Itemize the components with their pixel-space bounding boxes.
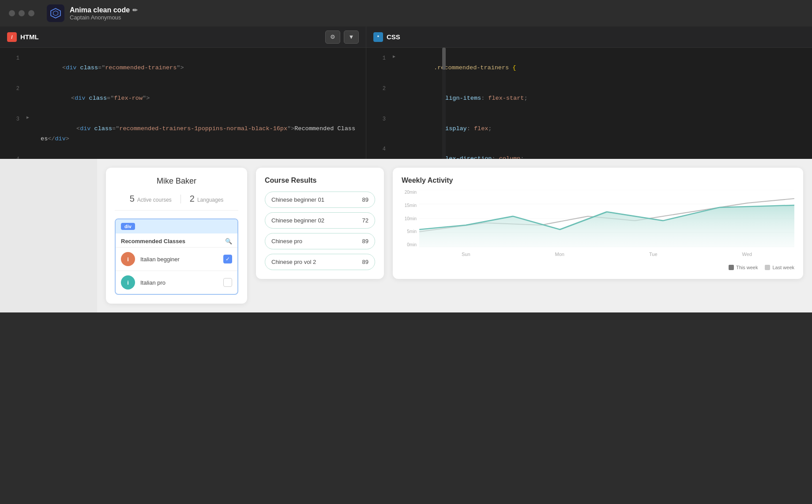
result-score-2: 89 [362,238,368,244]
active-courses-stat: 5 Active courses [121,194,180,204]
maximize-button[interactable] [28,10,34,16]
activity-title: Weekly Activity [402,177,794,184]
result-row-1: Chinese beginner 02 72 [265,212,375,229]
languages-count: 2 [190,194,195,204]
y-label-20min: 20min [402,190,419,195]
css-line-1: 1 ▶ .recommended-trainers { [366,53,812,83]
active-courses-count: 5 [130,194,135,204]
css-code-content: 1 ▶ .recommended-trainers { 2 align-item… [366,48,812,159]
result-name-3: Chinese pro vol 2 [271,259,316,265]
mike-baker-card: Mike Baker 5 Active courses 2 Languages … [106,168,247,304]
code-area: / HTML ⚙ ▼ 1 <div class="recommended-tra… [0,26,812,159]
results-title: Course Results [265,177,375,184]
stats-row: 5 Active courses 2 Languages [115,194,238,211]
code-line-4: 4 <div class="overlap-group3"> [0,154,366,159]
legend-last-week: Last week [765,265,794,270]
result-row-0: Chinese beginner 01 89 [265,192,375,208]
course-name-italian-beginner: Italian begginer [140,256,218,263]
edit-icon[interactable]: ✏ [132,7,138,14]
code-line-3: 3 ▶ <div class="recommended-trainers-1po… [0,114,366,154]
title-text: Anima clean code [70,6,130,14]
cards-area: Mike Baker 5 Active courses 2 Languages … [97,159,812,312]
course-avatar-italian-pro: i [121,275,135,290]
html-panel-header: / HTML ⚙ ▼ [0,26,366,48]
app-subtitle: Captain Anonymous [70,14,138,21]
chart-body [419,190,794,247]
svg-marker-1 [53,11,58,16]
chart-container: 0min 5min 10min 15min 20min [402,190,794,260]
course-item-italian-pro[interactable]: i Italian pro [116,271,237,294]
result-name-1: Chinese beginner 02 [271,217,324,224]
minimize-button[interactable] [19,10,25,16]
y-label-15min: 15min [402,203,419,208]
y-axis: 0min 5min 10min 15min 20min [402,190,419,247]
course-checkbox-italian-beginner[interactable]: ✓ [223,255,232,263]
html-label-text: HTML [20,33,39,41]
rec-title-row: Recommended Classes 🔍 [116,233,237,248]
result-name-2: Chinese pro [271,238,302,244]
css-panel-label: * CSS [373,32,400,42]
course-results-card: Course Results Chinese beginner 01 89 Ch… [256,168,384,279]
css-label-text: CSS [387,33,400,41]
traffic-lights [9,10,34,16]
html-panel-label: / HTML [7,32,39,42]
legend-dot-this-week [729,265,734,270]
weekly-activity-card: Weekly Activity 0min 5min 10min 15min 20… [393,168,803,279]
close-button[interactable] [9,10,15,16]
course-avatar-italian-beginner: i [121,252,135,266]
css-badge: * [373,32,383,42]
x-label-wed: Wed [742,252,752,257]
css-panel-header: * CSS [366,26,812,48]
settings-button[interactable]: ⚙ [325,30,340,44]
preview-area: Mike Baker 5 Active courses 2 Languages … [0,159,812,312]
course-checkbox-italian-pro[interactable] [223,278,232,287]
css-line-3: 3 display: flex; [366,114,812,144]
result-row-3: Chinese pro vol 2 89 [265,254,375,270]
result-score-1: 72 [362,217,368,224]
scrollbar-track[interactable] [442,48,446,159]
chevron-down-button[interactable]: ▼ [344,30,359,44]
app-icon [47,4,64,22]
app-info: Anima clean code ✏ Captain Anonymous [70,6,138,21]
y-label-10min: 10min [402,216,419,221]
scrollbar-thumb[interactable] [442,48,446,70]
y-label-0min: 0min [402,242,419,247]
html-badge: / [7,32,17,42]
languages-stat: 2 Languages [181,194,233,204]
rec-box-header: div [116,219,237,233]
result-score-0: 89 [362,196,368,203]
legend-this-week: This week [729,265,758,270]
active-courses-label: Active courses [137,197,172,203]
div-badge: div [121,223,135,230]
y-label-5min: 5min [402,229,419,234]
x-label-mon: Mon [555,252,564,257]
css-line-2: 2 align-items: flex-start; [366,83,812,114]
x-label-sun: Sun [462,252,470,257]
course-name-italian-pro: Italian pro [140,279,218,286]
chart-legend: This week Last week [402,265,794,270]
card-title: Mike Baker [115,177,238,186]
titlebar: Anima clean code ✏ Captain Anonymous [0,0,812,26]
css-panel: * CSS 1 ▶ .recommended-trainers { 2 alig… [366,26,812,159]
result-name-0: Chinese beginner 01 [271,196,324,203]
result-row-2: Chinese pro 89 [265,233,375,249]
legend-dot-last-week [765,265,770,270]
code-line-2: 2 <div class="flex-row"> [0,83,366,114]
legend-label-last-week: Last week [772,265,794,270]
html-panel: / HTML ⚙ ▼ 1 <div class="recommended-tra… [0,26,366,159]
html-code-content: 1 <div class="recommended-trainers"> 2 <… [0,48,366,159]
css-line-4: 4 flex-direction: column; [366,144,812,159]
result-score-3: 89 [362,259,368,265]
x-label-tue: Tue [649,252,658,257]
recommended-classes-box: div Recommended Classes 🔍 i Italian begg… [115,218,238,295]
rec-title-text: Recommended Classes [121,238,185,244]
app-title: Anima clean code ✏ [70,6,138,14]
languages-label: Languages [197,197,223,203]
legend-label-this-week: This week [736,265,758,270]
course-item-italian-beginner[interactable]: i Italian begginer ✓ [116,248,237,271]
search-icon[interactable]: 🔍 [225,238,232,244]
svg-marker-0 [51,8,60,18]
panel-actions: ⚙ ▼ [325,30,359,44]
x-axis: Sun Mon Tue Wed [419,248,794,260]
code-line-1: 1 <div class="recommended-trainers"> [0,53,366,83]
